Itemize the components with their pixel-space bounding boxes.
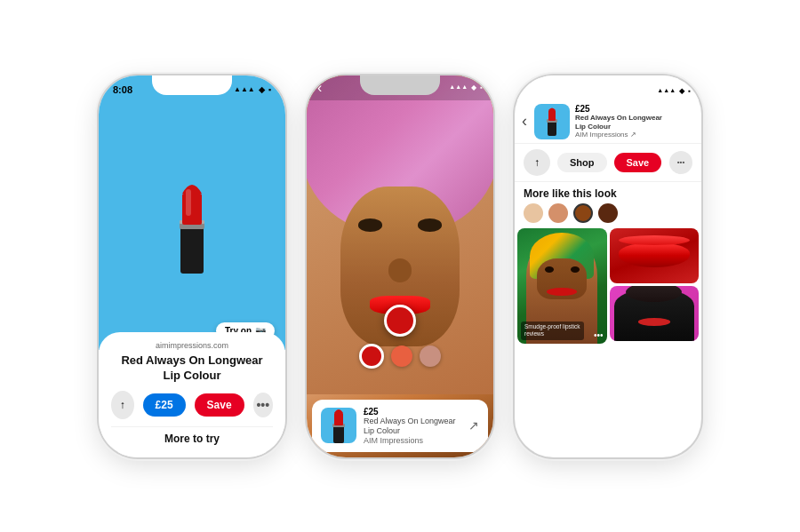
share-button-left[interactable]: ↑	[111, 391, 134, 419]
rec-item-woman-green[interactable]: Smudge-proof lipstickreviews •••	[517, 228, 607, 344]
swatch-brown[interactable]	[573, 203, 593, 223]
save-button-right[interactable]: Save	[614, 153, 662, 172]
right-product-title: Red Always On LongwearLip Colour	[575, 114, 694, 131]
ar-photo-area: ‹ ▲▲▲ ◆ ▪	[307, 75, 493, 457]
ar-price: £25	[364, 407, 461, 417]
ar-wifi-icon: ◆	[471, 83, 476, 91]
svg-rect-5	[333, 425, 344, 443]
share-button-right[interactable]: ↑	[524, 149, 550, 176]
ar-back-button[interactable]: ‹	[317, 80, 322, 96]
svg-rect-0	[180, 225, 204, 274]
ar-lipstick-icon	[326, 406, 351, 445]
scene: 8:08 ▲▲▲ ◆ ▪ Tr	[0, 0, 800, 532]
rec-label-1: Smudge-proof lipstickreviews	[521, 322, 584, 340]
r-battery-icon: ▪	[688, 87, 691, 95]
battery-icon: ▪	[268, 85, 271, 94]
status-icons-left: ▲▲▲ ◆ ▪	[234, 85, 271, 94]
lipstick-image	[161, 171, 223, 278]
ar-battery-icon: ▪	[480, 83, 483, 91]
svg-rect-4	[186, 189, 191, 216]
right-product-info: £25 Red Always On LongwearLip Colour AIM…	[575, 104, 694, 139]
swatch-dark[interactable]	[598, 203, 618, 223]
ar-external-link[interactable]: ↗	[468, 418, 479, 433]
color-swatches-row	[515, 202, 701, 228]
svg-rect-7	[334, 413, 343, 425]
r-wifi-icon: ◆	[679, 87, 684, 95]
phone-product-view: 8:08 ▲▲▲ ◆ ▪ Tr	[99, 75, 285, 457]
ar-product-card: £25 Red Always On LongwearLip Colour AIM…	[312, 400, 488, 452]
more-to-try[interactable]: More to try	[111, 426, 273, 452]
notch-right	[568, 75, 648, 95]
svg-rect-3	[182, 194, 202, 225]
save-button-left[interactable]: Save	[195, 393, 244, 417]
recommendations-grid: Smudge-proof lipstickreviews •••	[515, 228, 701, 457]
color-circle-coral[interactable]	[391, 345, 412, 367]
shop-button-right[interactable]: Shop	[557, 153, 607, 172]
action-row-left: ↑ £25 Save •••	[111, 391, 273, 419]
notch-left	[152, 75, 232, 95]
product-image-area: Try on 📷	[99, 100, 285, 350]
swatch-peach[interactable]	[548, 203, 568, 223]
rec-column-right	[610, 228, 700, 457]
more-button-right[interactable]: •••	[669, 151, 692, 174]
r-signal-icon: ▲▲▲	[657, 87, 676, 95]
phone-ar-tryon: ‹ ▲▲▲ ◆ ▪	[307, 75, 493, 457]
more-button-left[interactable]: •••	[253, 393, 273, 417]
right-external-icon[interactable]: ↗	[630, 131, 636, 139]
product-info-card: aimimpressions.com Red Always On Longwea…	[99, 332, 285, 457]
time-left: 8:08	[113, 84, 132, 95]
signal-icon: ▲▲▲	[234, 85, 255, 93]
product-title-left: Red Always On LongwearLip Colour	[111, 353, 273, 384]
source-url: aimimpressions.com	[111, 341, 273, 350]
color-circle-red[interactable]	[359, 344, 384, 369]
right-brand-text: AIM Impressions	[575, 131, 628, 139]
rec-dots-1[interactable]: •••	[594, 330, 604, 340]
ar-product-thumb	[321, 408, 356, 443]
svg-rect-10	[548, 110, 556, 121]
ar-product-title: Red Always On LongwearLip Colour	[364, 417, 461, 436]
phone-recommendations: ▲▲▲ ◆ ▪ ‹ £25 Red Always On LongwearLip …	[515, 75, 701, 457]
rec-item-lips[interactable]	[610, 228, 700, 283]
more-like-this-title: More like this look	[515, 182, 701, 202]
ar-product-info: £25 Red Always On LongwearLip Colour AIM…	[364, 407, 461, 445]
right-lipstick-thumb	[542, 106, 562, 138]
rec-item-woman-pink[interactable]	[610, 286, 700, 341]
wifi-icon: ◆	[259, 85, 265, 94]
price-button-left[interactable]: £25	[143, 393, 186, 417]
right-product-thumb	[534, 104, 570, 139]
swatch-beige[interactable]	[524, 203, 543, 223]
right-brand: AIM Impressions ↗	[575, 131, 694, 139]
share-icon: ↑	[120, 399, 125, 411]
ar-signal-icon: ▲▲▲	[449, 83, 468, 91]
right-price: £25	[575, 104, 694, 114]
color-circle-nude[interactable]	[420, 345, 441, 367]
svg-rect-8	[548, 121, 556, 136]
ar-brand: AIM Impressions	[364, 436, 461, 445]
back-button-right[interactable]: ‹	[522, 112, 529, 131]
